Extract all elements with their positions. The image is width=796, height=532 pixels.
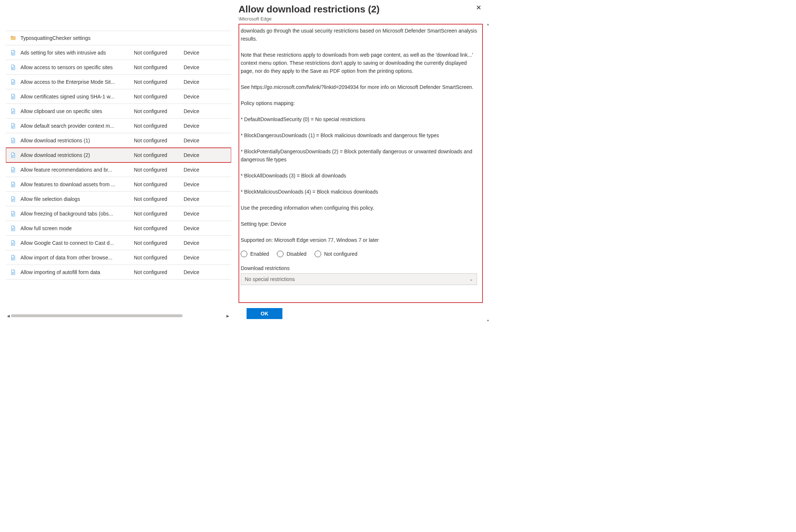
document-icon [6, 93, 20, 100]
setting-scope: Device [184, 167, 213, 173]
setting-state: Not configured [134, 152, 184, 158]
radio-label: Disabled [286, 251, 306, 257]
setting-scope: Device [184, 225, 213, 231]
ok-button[interactable]: OK [247, 308, 282, 319]
setting-name: Allow access to sensors on specific site… [20, 64, 134, 70]
document-icon [6, 49, 20, 56]
setting-row[interactable]: Allow importing of autofill form dataNot… [6, 265, 231, 280]
scroll-track[interactable] [11, 314, 225, 317]
settings-list: TyposquattingChecker settingsAds setting… [6, 31, 231, 311]
document-icon [6, 240, 20, 246]
radio-icon [277, 251, 284, 257]
setting-name: Allow default search provider context m.… [20, 123, 134, 129]
document-icon [6, 254, 20, 261]
close-icon[interactable]: ✕ [474, 3, 483, 12]
setting-row[interactable]: Allow feature recommendations and br...N… [6, 162, 231, 177]
setting-row[interactable]: Allow freezing of background tabs (obs..… [6, 206, 231, 221]
document-icon [6, 79, 20, 85]
scroll-down-icon[interactable]: ▼ [487, 319, 489, 323]
setting-scope: Device [184, 138, 213, 143]
folder-icon [6, 35, 20, 41]
setting-state: Not configured [134, 269, 184, 275]
setting-scope: Device [184, 269, 213, 275]
setting-name: Allow full screen mode [20, 225, 134, 231]
detail-panel: Allow download restrictions (2) ✕ \Micro… [231, 0, 490, 323]
setting-state: Not configured [134, 50, 184, 56]
setting-scope: Device [184, 255, 213, 261]
setting-row[interactable]: Allow full screen modeNot configuredDevi… [6, 221, 231, 236]
setting-scope: Device [184, 181, 213, 187]
setting-state: Not configured [134, 167, 184, 173]
setting-scope: Device [184, 64, 213, 70]
setting-row[interactable]: Allow download restrictions (2)Not confi… [6, 148, 231, 162]
setting-scope: Device [184, 196, 213, 202]
document-icon [6, 196, 20, 202]
document-icon [6, 152, 20, 158]
document-icon [6, 137, 20, 144]
setting-state: Not configured [134, 123, 184, 129]
radio-enabled[interactable]: Enabled [241, 251, 269, 257]
setting-name: Allow access to the Enterprise Mode Sit.… [20, 79, 134, 85]
setting-row[interactable]: Allow Google Cast to connect to Cast d..… [6, 236, 231, 250]
setting-row[interactable]: Allow download restrictions (1)Not confi… [6, 133, 231, 148]
setting-row[interactable]: Allow access to the Enterprise Mode Sit.… [6, 75, 231, 89]
setting-row[interactable]: Allow import of data from other browse..… [6, 250, 231, 265]
setting-row[interactable]: Allow default search provider context m.… [6, 119, 231, 133]
folder-row[interactable]: TyposquattingChecker settings [6, 31, 231, 45]
scroll-left-icon[interactable]: ◀ [6, 313, 11, 318]
settings-list-panel: TyposquattingChecker settingsAds setting… [0, 0, 231, 323]
setting-state: Not configured [134, 181, 184, 187]
horizontal-scrollbar[interactable]: ◀ ▶ [6, 313, 230, 318]
setting-name: Allow file selection dialogs [20, 196, 134, 202]
setting-name: Allow import of data from other browse..… [20, 255, 134, 261]
scroll-thumb[interactable] [11, 314, 183, 317]
setting-state: Not configured [134, 211, 184, 217]
setting-row[interactable]: Allow clipboard use on specific sitesNot… [6, 104, 231, 119]
document-icon [6, 64, 20, 71]
setting-state: Not configured [134, 79, 184, 85]
document-icon [6, 123, 20, 129]
setting-name: TyposquattingChecker settings [20, 35, 134, 41]
setting-state: Not configured [134, 196, 184, 202]
radio-label: Enabled [250, 251, 269, 257]
setting-name: Ads setting for sites with intrusive ads [20, 50, 134, 56]
chevron-down-icon: ⌄ [469, 277, 473, 282]
setting-row[interactable]: Allow file selection dialogsNot configur… [6, 192, 231, 206]
radio-icon [241, 251, 247, 257]
setting-row[interactable]: Ads setting for sites with intrusive ads… [6, 45, 231, 60]
policy-description: downloads go through the usual security … [241, 27, 477, 244]
setting-scope: Device [184, 152, 213, 158]
setting-row[interactable]: Allow access to sensors on specific site… [6, 60, 231, 75]
scroll-up-icon[interactable]: ▲ [487, 23, 489, 26]
setting-name: Allow clipboard use on specific sites [20, 108, 134, 114]
setting-scope: Device [184, 94, 213, 100]
dropdown-label: Download restrictions [241, 265, 477, 271]
detail-title: Allow download restrictions (2) [239, 3, 380, 15]
document-icon [6, 181, 20, 188]
vertical-scrollbar[interactable]: ▲ ▼ [487, 23, 489, 323]
setting-name: Allow importing of autofill form data [20, 269, 134, 275]
setting-name: Allow download restrictions (2) [20, 152, 134, 158]
setting-row[interactable]: Allow certificates signed using SHA-1 w.… [6, 89, 231, 104]
setting-state: Not configured [134, 94, 184, 100]
setting-state: Not configured [134, 64, 184, 70]
setting-scope: Device [184, 123, 213, 129]
document-icon [6, 269, 20, 276]
breadcrumb: \Microsoft Edge [239, 16, 483, 22]
setting-name: Allow features to download assets from .… [20, 181, 134, 187]
setting-state: Not configured [134, 138, 184, 143]
radio-icon [315, 251, 321, 257]
radio-not-configured[interactable]: Not configured [315, 251, 357, 257]
setting-row[interactable]: Allow features to download assets from .… [6, 177, 231, 192]
state-radio-group: Enabled Disabled Not configured [241, 251, 477, 257]
radio-disabled[interactable]: Disabled [277, 251, 306, 257]
setting-scope: Device [184, 79, 213, 85]
setting-scope: Device [184, 108, 213, 114]
setting-scope: Device [184, 50, 213, 56]
scroll-right-icon[interactable]: ▶ [225, 313, 230, 318]
setting-scope: Device [184, 211, 213, 217]
document-icon [6, 225, 20, 232]
download-restrictions-dropdown[interactable]: No special restrictions ⌄ [241, 273, 477, 285]
setting-name: Allow feature recommendations and br... [20, 167, 134, 173]
setting-state: Not configured [134, 225, 184, 231]
